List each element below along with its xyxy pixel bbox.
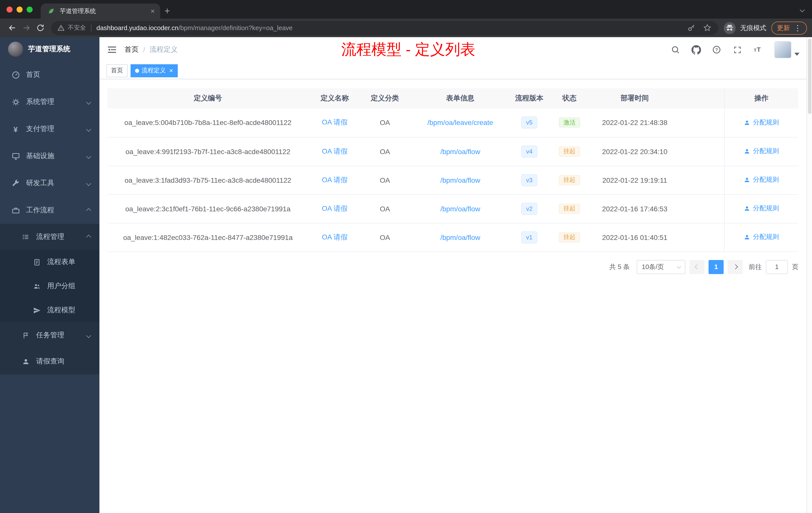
list-icon: [21, 233, 30, 241]
tag-label: 流程定义: [142, 66, 166, 75]
browser-tab[interactable]: 芋道管理系统 ×: [41, 3, 160, 19]
definition-name-link[interactable]: OA 请假: [322, 204, 348, 212]
prev-page-button[interactable]: [690, 260, 704, 274]
forward-button[interactable]: [19, 21, 33, 35]
bookmark-star-icon[interactable]: [701, 22, 713, 34]
breadcrumb-home[interactable]: 首页: [124, 45, 139, 54]
page-annotation: 流程模型 - 定义列表: [341, 39, 475, 60]
sidebar-item-process-form[interactable]: 流程表单: [0, 250, 99, 274]
sidebar-item-label: 系统管理: [26, 97, 81, 107]
document-icon: [32, 258, 41, 267]
font-size-icon[interactable]: TT: [752, 44, 764, 56]
form-info-link[interactable]: /bpm/oa/flow: [440, 176, 480, 184]
user-avatar-menu[interactable]: [774, 41, 800, 58]
person-icon: [744, 205, 751, 212]
back-button[interactable]: [5, 21, 19, 35]
tags-view: 首页 流程定义 ×: [99, 62, 807, 79]
screen: 芋道管理系统 × + 不安全 dashboard.yudao.iocoder.c…: [0, 0, 812, 513]
status-badge: 挂起: [559, 146, 580, 156]
url-path: /bpm/manager/definition?key=oa_leave: [178, 24, 293, 32]
version-badge: v2: [521, 203, 537, 215]
version-badge: v1: [521, 231, 537, 243]
chevron-down-icon: [677, 264, 681, 269]
sidebar-item-system[interactable]: 系统管理: [0, 88, 99, 116]
definition-table: 定义编号 定义名称 定义分类 表单信息 流程版本 状态 部署时间 操作: [108, 88, 799, 252]
assign-rule-link[interactable]: 分配规则: [744, 204, 779, 213]
sidebar-fold-icon[interactable]: [99, 37, 124, 62]
table-row: oa_leave:4:991f2193-7b7f-11ec-a3c8-acde4…: [108, 137, 799, 165]
sidebar-item-infrastructure[interactable]: 基础设施: [0, 143, 99, 170]
chevron-up-icon: [86, 208, 91, 213]
definition-name-link[interactable]: OA 请假: [322, 118, 348, 126]
tag-process-definition[interactable]: 流程定义 ×: [130, 64, 177, 77]
sidebar-item-task-management[interactable]: 任务管理: [0, 322, 99, 349]
new-tab-button[interactable]: +: [160, 3, 174, 19]
version-badge: v5: [521, 117, 537, 129]
chevron-right-icon: [733, 264, 738, 269]
sidebar-item-leave-query[interactable]: 请假查询: [0, 349, 99, 374]
wrench-icon: [11, 179, 20, 188]
form-info-link[interactable]: /bpm/oa/flow: [440, 147, 480, 155]
sidebar-item-user-group[interactable]: 用户分组: [0, 274, 99, 298]
browser-toolbar: 不安全 dashboard.yudao.iocoder.cn/bpm/manag…: [0, 19, 812, 37]
col-status: 状态: [547, 88, 592, 109]
security-label: 不安全: [68, 24, 86, 32]
svg-text:T: T: [754, 48, 756, 53]
table-row: oa_leave:1:482ec033-762a-11ec-8477-a2380…: [108, 223, 799, 251]
search-icon[interactable]: [669, 44, 682, 56]
definition-id-cell: oa_leave:2:3c1f0ef1-76b1-11ec-9c66-a2380…: [108, 194, 308, 223]
definition-name-link[interactable]: OA 请假: [322, 147, 348, 155]
browser-update-button[interactable]: 更新 ⋮: [771, 21, 807, 34]
status-badge: 挂起: [559, 175, 580, 185]
page-number-button[interactable]: 1: [708, 260, 724, 274]
form-info-link[interactable]: /bpm/oa/flow: [440, 205, 480, 213]
password-key-icon[interactable]: [685, 22, 697, 34]
sidebar-item-label: 任务管理: [36, 331, 81, 340]
fullscreen-icon[interactable]: [731, 44, 743, 56]
spacer-cell: [677, 194, 724, 223]
tag-home[interactable]: 首页: [107, 64, 127, 77]
person-icon: [744, 177, 751, 183]
next-page-button[interactable]: [728, 260, 743, 274]
assign-rule-link[interactable]: 分配规则: [744, 175, 779, 184]
sidebar-logo[interactable]: 芋道管理系统: [0, 37, 99, 61]
github-icon[interactable]: [690, 44, 702, 56]
app-title: 芋道管理系统: [28, 45, 70, 54]
breadcrumb: 首页 / 流程定义: [124, 45, 178, 54]
assign-rule-link[interactable]: 分配规则: [744, 118, 779, 127]
form-info-link[interactable]: /bpm/oa/flow: [440, 233, 480, 241]
scrollbar-thumb[interactable]: [808, 39, 811, 114]
reload-button[interactable]: [33, 21, 47, 35]
window-minimize-button[interactable]: [17, 6, 23, 12]
spacer-cell: [677, 109, 724, 137]
tab-search-button[interactable]: [801, 8, 812, 19]
yen-icon: ¥: [11, 124, 20, 133]
sidebar-item-payment[interactable]: ¥ 支付管理: [0, 116, 99, 143]
users-icon: [32, 281, 41, 291]
definition-name-link[interactable]: OA 请假: [322, 233, 348, 241]
assign-rule-link[interactable]: 分配规则: [744, 147, 779, 156]
page-size-select[interactable]: 10条/页: [637, 260, 686, 274]
help-icon[interactable]: ?: [710, 44, 723, 56]
goto-page-input[interactable]: [766, 260, 788, 274]
incognito-label: 无痕模式: [740, 23, 766, 32]
site-security-chip[interactable]: 不安全: [57, 24, 86, 32]
page-scrollbar[interactable]: [807, 37, 812, 513]
address-bar[interactable]: 不安全 dashboard.yudao.iocoder.cn/bpm/manag…: [51, 21, 718, 35]
sidebar-item-workflow[interactable]: 工作流程: [0, 197, 99, 224]
browser-menu-icon[interactable]: ⋮: [794, 23, 802, 32]
sidebar-item-process-management[interactable]: 流程管理: [0, 224, 99, 250]
incognito-profile-chip[interactable]: 无痕模式: [723, 21, 766, 34]
form-info-link[interactable]: /bpm/oa/leave/create: [427, 119, 493, 127]
sidebar-item-devtools[interactable]: 研发工具: [0, 170, 99, 197]
assign-rule-link[interactable]: 分配规则: [744, 233, 779, 242]
sidebar-item-process-model[interactable]: 流程模型: [0, 298, 99, 322]
window-close-button[interactable]: [6, 6, 12, 12]
definition-name-link[interactable]: OA 请假: [322, 175, 348, 183]
pagination: 共 5 条 10条/页 1 前往 页: [108, 260, 799, 274]
tab-close-icon[interactable]: ×: [149, 7, 156, 15]
window-zoom-button[interactable]: [27, 6, 33, 12]
main-panel: 首页 / 流程定义 流程模型 - 定义列表 ? TT: [99, 37, 807, 513]
tag-close-icon[interactable]: ×: [168, 67, 173, 74]
sidebar-item-home[interactable]: 首页: [0, 61, 99, 88]
